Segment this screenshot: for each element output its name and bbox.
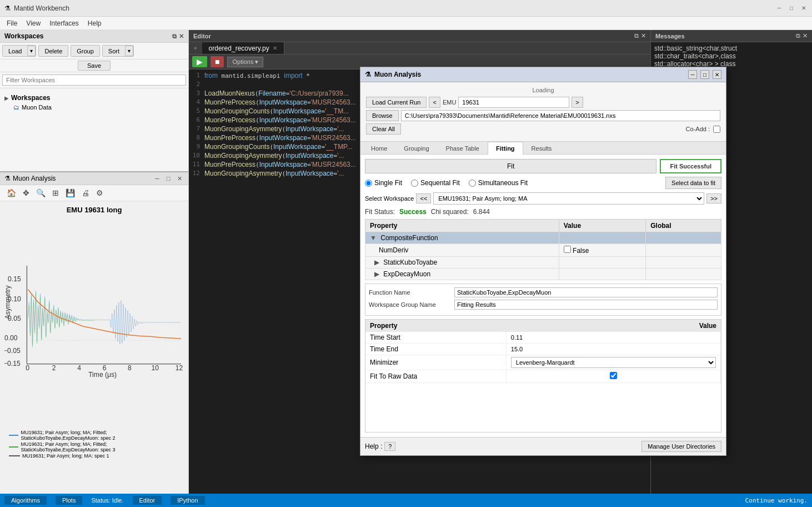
zoom-tool-btn[interactable]: 🔍: [34, 187, 48, 198]
menu-interfaces[interactable]: Interfaces: [45, 18, 83, 28]
workspace-next-btn[interactable]: >>: [706, 193, 721, 203]
workspace-select[interactable]: EMU19631; Pair Asym; long; MA: [433, 192, 704, 205]
legend-color-3: [9, 455, 20, 456]
sub-minimize-btn[interactable]: ─: [153, 175, 162, 182]
nav-prev-btn[interactable]: <: [429, 97, 440, 108]
help-btn[interactable]: ?: [384, 442, 395, 451]
stop-button[interactable]: ■: [210, 56, 224, 67]
load-dropdown-btn[interactable]: ▾: [27, 46, 36, 56]
workspace-prev-btn[interactable]: <<: [416, 193, 431, 203]
single-fit-option[interactable]: Single Fit: [365, 179, 402, 187]
sequential-fit-radio[interactable]: [411, 180, 418, 187]
load-button[interactable]: Load: [3, 46, 27, 56]
statickubo-expand-icon[interactable]: ▶: [374, 259, 379, 266]
fit-raw-prop: Fit To Raw Data: [365, 370, 506, 383]
manage-dirs-btn[interactable]: Manage User Directories: [641, 441, 721, 452]
home-tool-btn[interactable]: 🏠: [4, 187, 18, 198]
fit-button[interactable]: Fit: [365, 159, 656, 173]
tree-arrow: ▶: [4, 95, 9, 101]
tab-fitting[interactable]: Fitting: [488, 142, 523, 155]
select-data-btn[interactable]: Select data to fit: [665, 177, 721, 189]
function-name-input[interactable]: [454, 287, 718, 297]
maw-close-btn[interactable]: ✕: [713, 70, 721, 79]
time-end-input[interactable]: [511, 346, 716, 352]
line-num-2: 2: [189, 81, 204, 90]
grid-tool-btn[interactable]: ⊞: [50, 187, 61, 198]
algorithms-tab[interactable]: Algorithms: [4, 496, 47, 505]
line-code-7: MuonGroupingAsymmetry(InputWorkspace='..…: [204, 125, 344, 134]
workspaces-tree-header[interactable]: ▶ Workspaces: [2, 93, 186, 103]
line-code-10: MuonGroupingAsymmetry(InputWorkspace='..…: [204, 152, 344, 161]
tab-grouping[interactable]: Grouping: [395, 142, 437, 155]
settings-tool-btn[interactable]: ⚙: [94, 187, 106, 198]
editor-tab-close-btn[interactable]: ✕: [273, 45, 277, 51]
nav-next-btn[interactable]: >: [572, 97, 583, 108]
print-tool-btn[interactable]: 🖨: [79, 187, 92, 198]
plot-chart: 0.15 0.10 0.05 0.00 −0.05 −0.15 0 2 4 6 …: [4, 216, 184, 428]
group-button[interactable]: Group: [71, 45, 100, 57]
minimizer-select[interactable]: Levenberg-Marquardt Simplex BFGS: [511, 357, 716, 368]
menu-view[interactable]: View: [22, 18, 45, 28]
menu-help[interactable]: Help: [83, 18, 106, 28]
options-button[interactable]: Options ▾: [227, 57, 263, 67]
delete-button[interactable]: Delete: [38, 45, 68, 57]
load-current-run-btn[interactable]: Load Current Run: [366, 97, 427, 108]
messages-header: Messages ⧉ ✕: [651, 30, 812, 42]
sub-close-btn[interactable]: ✕: [175, 175, 184, 182]
co-add-checkbox[interactable]: [713, 126, 720, 133]
save-tool-btn[interactable]: 💾: [63, 187, 77, 198]
tab-home[interactable]: Home: [363, 142, 395, 155]
sort-dropdown-btn[interactable]: ▾: [125, 46, 133, 56]
maximize-btn[interactable]: □: [788, 4, 795, 12]
maw-maximize-btn[interactable]: □: [700, 70, 709, 79]
plots-tab[interactable]: Plots: [56, 496, 82, 505]
fit-successful-btn[interactable]: Fit Successful: [660, 159, 721, 173]
fit-status-value: Success: [399, 208, 427, 216]
composite-expand-icon[interactable]: ▼: [370, 234, 377, 242]
composite-name: ▼ CompositeFunction: [365, 232, 559, 244]
simultaneous-fit-radio[interactable]: [469, 180, 476, 187]
save-button[interactable]: Save: [78, 61, 111, 71]
messages-close-btn[interactable]: ✕: [803, 32, 808, 39]
expdecay-value: [559, 269, 646, 280]
single-fit-radio[interactable]: [365, 180, 372, 187]
time-start-input[interactable]: [511, 334, 716, 341]
fit-raw-checkbox[interactable]: [610, 372, 617, 379]
workspaces-close-btn[interactable]: ✕: [179, 33, 184, 40]
tab-results[interactable]: Results: [523, 142, 560, 155]
run-number-input[interactable]: [458, 97, 569, 108]
file-path-input[interactable]: [401, 110, 720, 121]
menu-file[interactable]: File: [2, 18, 22, 28]
editor-close-btn[interactable]: ✕: [641, 32, 646, 39]
run-button[interactable]: ▶: [192, 56, 207, 67]
minimizer-value: Levenberg-Marquardt Simplex BFGS: [506, 355, 720, 370]
clear-all-btn[interactable]: Clear All: [366, 123, 401, 135]
move-tool-btn[interactable]: ✥: [21, 187, 32, 198]
line-code-3: LoadMuonNexus(Filename='C:/Users/pra7939…: [204, 90, 349, 98]
ipython-tab[interactable]: IPython: [171, 496, 204, 505]
close-btn[interactable]: ✕: [800, 4, 808, 12]
workspace-group-input[interactable]: [454, 300, 718, 310]
sub-maximize-btn[interactable]: □: [164, 175, 173, 182]
numderiv-checkbox[interactable]: [564, 246, 571, 253]
messages-float-btn[interactable]: ⧉: [796, 32, 800, 39]
tree-item-muon-data[interactable]: 🗂 Muon Data: [2, 103, 186, 112]
filter-input[interactable]: [2, 74, 186, 86]
minimize-btn[interactable]: ─: [775, 4, 783, 12]
editor-tab-recovery[interactable]: ordered_recovery.py ✕: [202, 42, 284, 54]
tab-phase-table[interactable]: Phase Table: [438, 142, 488, 155]
sort-button[interactable]: Sort: [103, 46, 125, 56]
fit-raw-value: [506, 370, 720, 383]
function-name-label: Function Name: [369, 289, 452, 296]
workspaces-float-btn[interactable]: ⧉: [172, 33, 177, 40]
browse-btn[interactable]: Browse: [366, 110, 399, 121]
sequential-fit-label: Sequental Fit: [420, 179, 460, 187]
expdecay-expand-icon[interactable]: ▶: [374, 270, 379, 278]
sequential-fit-option[interactable]: Sequental Fit: [411, 179, 460, 187]
editor-float-btn[interactable]: ⧉: [634, 32, 639, 39]
editor-header: Editor ⧉ ✕: [189, 30, 650, 42]
simultaneous-fit-option[interactable]: Simultaneous Fit: [469, 179, 528, 187]
maw-minimize-btn[interactable]: ─: [688, 70, 697, 79]
editor-add-tab-btn[interactable]: +: [189, 42, 202, 54]
editor-tab-bottom[interactable]: Editor: [133, 496, 162, 505]
